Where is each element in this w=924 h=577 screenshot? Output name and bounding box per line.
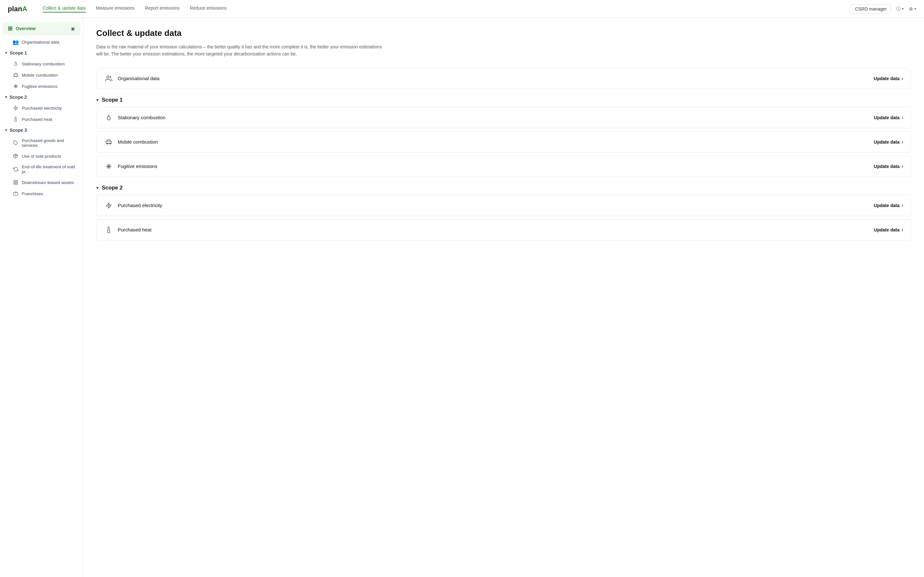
- overview-label: Overview: [16, 26, 36, 31]
- mobile-update-label: Update data: [874, 139, 900, 145]
- svg-rect-13: [16, 183, 18, 184]
- fugitive-label: Fugitive emissions: [22, 84, 57, 89]
- stationary-card-action[interactable]: Update data ›: [874, 115, 903, 121]
- top-navigation: planA Collect & update data Measure emis…: [0, 0, 924, 18]
- electricity-card[interactable]: Purchased electricity Update data ›: [96, 195, 911, 216]
- grid-icon: ⊞: [8, 25, 13, 32]
- fugitive-card[interactable]: Fugitive emissions Update data ›: [96, 156, 911, 177]
- sidebar-item-franchises[interactable]: Franchises: [1, 188, 82, 199]
- nav-reduce-emissions[interactable]: Reduce emissions: [190, 5, 226, 13]
- svg-point-18: [107, 76, 109, 78]
- info-chevron-icon: ▾: [902, 7, 904, 11]
- main-content: Collect & update data Data is the raw ma…: [83, 18, 924, 577]
- sidebar-item-org-data[interactable]: 👥 Organisational data: [1, 37, 82, 47]
- mobile-card[interactable]: Mobile combustion Update data ›: [96, 131, 911, 153]
- scope3-label: Scope 3: [10, 127, 27, 133]
- panel-icon: ▣: [71, 26, 75, 31]
- org-update-label: Update data: [874, 76, 900, 81]
- sidebar-overview[interactable]: ⊞ Overview ▣: [3, 22, 81, 35]
- svg-marker-26: [107, 203, 111, 208]
- tag-icon: [13, 140, 19, 146]
- sidebar-toggle-button[interactable]: ▣: [70, 26, 75, 32]
- sidebar-scope1-header[interactable]: ▾ Scope 1: [0, 48, 83, 58]
- scope1-section-label: Scope 1: [102, 97, 123, 103]
- lightning-icon: [13, 105, 19, 111]
- svg-rect-14: [14, 183, 15, 184]
- stationary-card[interactable]: Stationary combustion Update data ›: [96, 107, 911, 128]
- settings-icon: ⚙: [909, 6, 913, 11]
- fugitive-chevron-right-icon: ›: [901, 163, 903, 169]
- heat-card-label: Purchased heat: [118, 227, 874, 232]
- sidebar-item-downstream-leased[interactable]: Downstream leased assets: [1, 177, 82, 188]
- scope1-chevron-icon: ▾: [5, 51, 7, 55]
- scope2-expand-icon[interactable]: ▾: [96, 185, 99, 190]
- stationary-label: Stationary combustion: [22, 61, 65, 66]
- nav-measure-emissions[interactable]: Measure emissions: [96, 5, 135, 13]
- electricity-update-label: Update data: [874, 203, 900, 208]
- org-chevron-right-icon: ›: [901, 76, 903, 81]
- sidebar-item-electricity[interactable]: Purchased electricity: [1, 103, 82, 113]
- settings-chevron-icon: ▾: [914, 7, 916, 11]
- sidebar-item-sold-products[interactable]: Use of sold products: [1, 151, 82, 161]
- heat-card[interactable]: Purchased heat Update data ›: [96, 219, 911, 240]
- franchise-icon: [13, 191, 19, 197]
- logo: planA: [8, 5, 27, 13]
- sidebar-item-stationary[interactable]: Stationary combustion: [1, 58, 82, 69]
- recycle-icon: [13, 166, 19, 172]
- sidebar-item-heat[interactable]: Purchased heat: [1, 114, 82, 125]
- electricity-label: Purchased electricity: [22, 106, 62, 111]
- mobile-card-label: Mobile combustion: [118, 139, 874, 145]
- page-title: Collect & update data: [96, 28, 911, 38]
- nav-collect-update[interactable]: Collect & update data: [43, 5, 86, 13]
- stationary-card-icon: [104, 113, 113, 122]
- fire-icon: [13, 61, 19, 67]
- topnav-right: CSRD manager ⓘ ▾ ⚙ ▾: [851, 4, 916, 14]
- scope1-label: Scope 1: [10, 50, 27, 55]
- mobile-card-action[interactable]: Update data ›: [874, 139, 903, 145]
- logo-plan: plan: [8, 5, 22, 13]
- electricity-card-label: Purchased electricity: [118, 203, 874, 208]
- heat-chevron-right-icon: ›: [901, 227, 903, 233]
- heat-label: Purchased heat: [22, 117, 52, 122]
- org-data-icon: 👥: [13, 39, 19, 45]
- fugitive-card-action[interactable]: Update data ›: [874, 163, 903, 169]
- heat-card-action[interactable]: Update data ›: [874, 227, 903, 233]
- nav-links: Collect & update data Measure emissions …: [43, 5, 841, 13]
- heat-update-label: Update data: [874, 227, 900, 232]
- car-icon: [13, 72, 19, 78]
- scope1-section-header: ▾ Scope 1: [96, 97, 911, 103]
- org-card-icon: [104, 74, 113, 83]
- scope2-label: Scope 2: [10, 95, 27, 100]
- nav-report-emissions[interactable]: Report emissions: [145, 5, 180, 13]
- svg-rect-11: [14, 181, 15, 182]
- scope2-chevron-icon: ▾: [5, 95, 7, 99]
- purchased-goods-label: Purchased goods and services: [22, 138, 77, 148]
- stationary-card-label: Stationary combustion: [118, 115, 874, 120]
- org-data-card[interactable]: Organisational data Update data ›: [96, 68, 911, 89]
- info-button[interactable]: ⓘ ▾: [896, 6, 904, 12]
- sidebar-scope3-header[interactable]: ▾ Scope 3: [0, 125, 83, 135]
- thermometer-icon: [13, 116, 19, 122]
- sold-products-label: Use of sold products: [22, 154, 61, 159]
- sidebar: ⊞ Overview ▣ 👥 Organisational data ▾ Sco…: [0, 18, 83, 577]
- mobile-label: Mobile combustion: [22, 73, 58, 77]
- org-data-label: Organisational data: [22, 40, 59, 45]
- stationary-chevron-right-icon: ›: [901, 115, 903, 121]
- org-card-action[interactable]: Update data ›: [874, 76, 903, 81]
- electricity-card-icon: [104, 201, 113, 210]
- fugitive-card-label: Fugitive emissions: [118, 163, 874, 169]
- sidebar-scope2-header[interactable]: ▾ Scope 2: [0, 92, 83, 102]
- org-card-label: Organisational data: [118, 76, 874, 81]
- sidebar-item-mobile[interactable]: Mobile combustion: [1, 69, 82, 81]
- fugitive-update-label: Update data: [874, 164, 900, 169]
- info-icon: ⓘ: [896, 6, 901, 12]
- page-description: Data is the raw material of your emissio…: [96, 43, 385, 58]
- settings-button[interactable]: ⚙ ▾: [909, 6, 916, 11]
- csrd-manager-button[interactable]: CSRD manager: [851, 4, 891, 14]
- sidebar-item-fugitive[interactable]: Fugitive emissions: [1, 81, 82, 92]
- sidebar-item-purchased-goods[interactable]: Purchased goods and services: [1, 135, 82, 150]
- layout: ⊞ Overview ▣ 👥 Organisational data ▾ Sco…: [0, 18, 924, 577]
- sidebar-item-eol-treatment[interactable]: End-of-life treatment of sold pr...: [1, 162, 82, 177]
- electricity-card-action[interactable]: Update data ›: [874, 203, 903, 208]
- scope1-expand-icon[interactable]: ▾: [96, 97, 99, 103]
